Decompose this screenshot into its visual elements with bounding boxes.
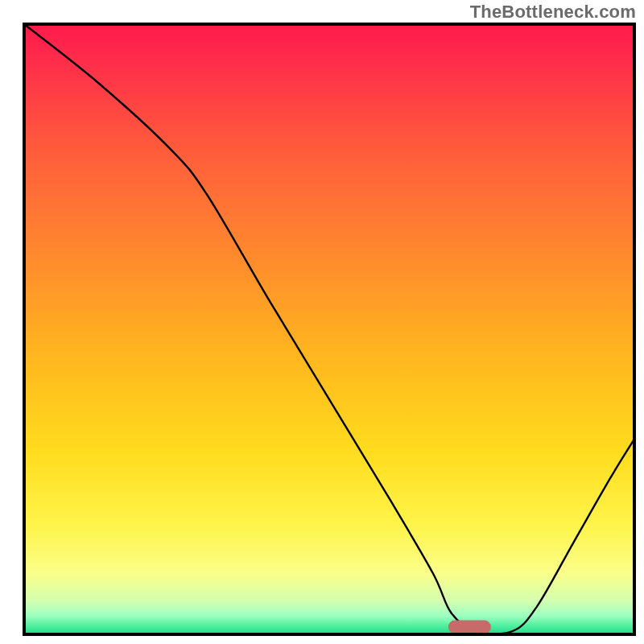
gradient-background	[24, 24, 634, 634]
optimal-marker	[448, 621, 491, 634]
bottleneck-chart	[0, 0, 644, 644]
chart-container: TheBottleneck.com	[0, 0, 644, 644]
watermark-text: TheBottleneck.com	[470, 2, 636, 23]
